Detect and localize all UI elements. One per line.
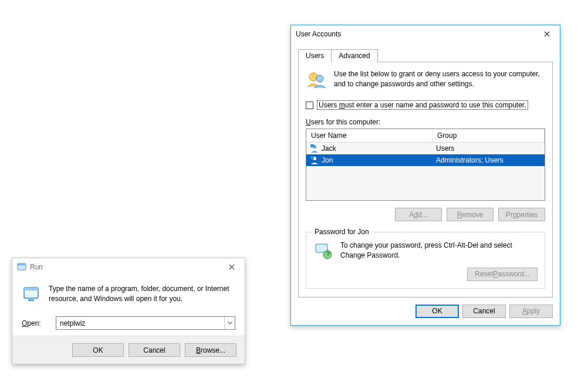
svg-rect-1 — [18, 263, 26, 265]
run-titlebar: Run — [12, 258, 245, 276]
svg-rect-8 — [310, 144, 314, 147]
password-icon — [313, 241, 333, 262]
ok-button[interactable]: OK — [415, 305, 459, 318]
add-button[interactable]: Add... — [395, 208, 442, 221]
cancel-button[interactable]: Cancel — [129, 343, 180, 357]
ok-button[interactable]: OK — [72, 343, 124, 357]
tab-users[interactable]: Users — [298, 49, 332, 62]
must-enter-checkbox-row[interactable]: Users must enter a user name and passwor… — [306, 100, 545, 110]
list-item[interactable]: JonAdministrators; Users — [306, 154, 545, 166]
browse-button[interactable]: Browse... — [185, 343, 236, 357]
apply-button[interactable]: Apply — [509, 305, 553, 318]
run-description: Type the name of a program, folder, docu… — [49, 284, 235, 306]
run-button-strip: OK Cancel Browse... — [12, 336, 245, 364]
user-accounts-dialog: User Accounts Users Advanced Use the lis… — [290, 25, 560, 326]
run-body: Type the name of a program, folder, docu… — [12, 276, 245, 336]
run-open-label: Open: — [22, 319, 48, 327]
user-icon — [310, 156, 319, 165]
users-panel: Use the list below to grant or deny user… — [298, 62, 553, 298]
svg-rect-4 — [28, 299, 34, 301]
col-group[interactable]: Group — [432, 129, 545, 142]
ua-title: User Accounts — [296, 30, 534, 38]
svg-rect-3 — [24, 288, 38, 290]
close-icon[interactable] — [219, 258, 245, 276]
users-for-label: Users for this computer: — [306, 118, 545, 126]
run-icon — [17, 262, 26, 272]
must-enter-label: Users must enter a user name and passwor… — [317, 100, 528, 110]
tab-advanced[interactable]: Advanced — [331, 49, 377, 62]
user-icon — [310, 144, 319, 153]
run-open-combo[interactable] — [56, 316, 235, 330]
run-title: Run — [30, 263, 219, 271]
properties-button[interactable]: Properties — [498, 208, 545, 221]
col-username[interactable]: User Name — [306, 129, 432, 142]
users-listview[interactable]: User Name Group JackUsersJonAdministrato… — [306, 129, 545, 201]
close-icon[interactable] — [534, 25, 560, 43]
ua-titlebar: User Accounts — [291, 25, 560, 43]
run-open-input[interactable] — [56, 317, 224, 329]
run-dialog: Run Type the name of a program, folder, … — [12, 258, 245, 364]
users-icon — [306, 69, 327, 92]
svg-rect-10 — [310, 156, 314, 159]
chevron-down-icon[interactable] — [224, 317, 235, 329]
ua-tabs: Users Advanced — [298, 49, 553, 62]
listview-header: User Name Group — [306, 129, 545, 143]
reset-password-button[interactable]: Reset Password... — [467, 268, 538, 281]
password-text: To change your password, press Ctrl-Alt-… — [340, 241, 538, 261]
checkbox-icon[interactable] — [306, 102, 313, 109]
run-program-icon — [22, 284, 42, 306]
ua-footer: OK Cancel Apply — [291, 298, 560, 325]
cancel-button[interactable]: Cancel — [462, 305, 506, 318]
password-group-title: Password for Jon — [312, 228, 371, 236]
ua-info-text: Use the list below to grant or deny user… — [334, 69, 545, 89]
list-item[interactable]: JackUsers — [306, 143, 545, 154]
remove-button[interactable]: Remove — [447, 208, 494, 221]
svg-point-6 — [316, 75, 323, 82]
password-groupbox: Password for Jon To change your password… — [306, 232, 545, 289]
